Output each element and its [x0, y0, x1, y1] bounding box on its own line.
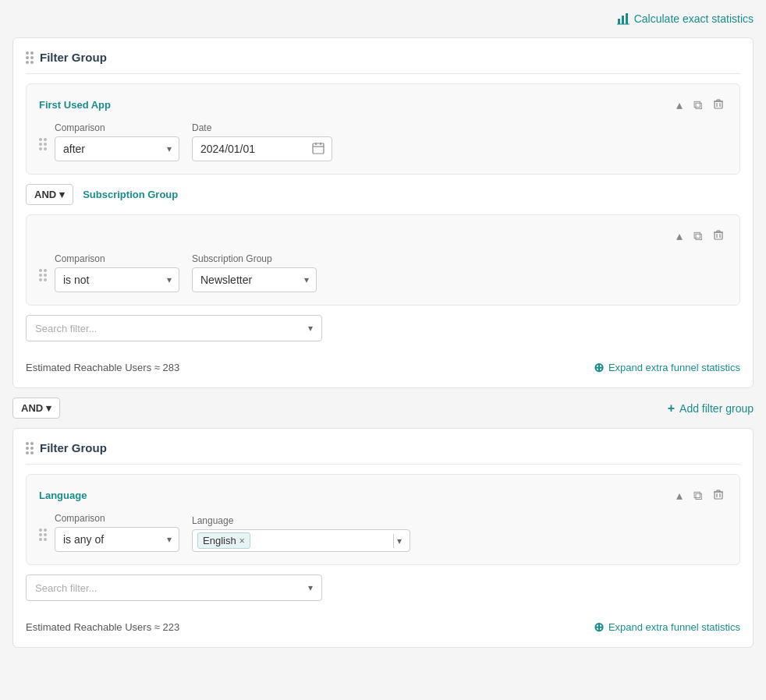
filter-group-1-drag-handle[interactable] [26, 51, 34, 64]
group-and-button[interactable]: AND ▾ [12, 398, 60, 419]
filter-card-subscription-group: ▴ ⧉ [26, 214, 740, 306]
search-filter-select-2[interactable] [26, 574, 322, 601]
and-arrow-1: ▾ [59, 189, 65, 200]
calculate-statistics-link[interactable]: Calculate exact statistics [617, 12, 754, 25]
copy-subscription-group-button[interactable]: ⧉ [690, 228, 705, 244]
copy-first-used-app-button[interactable]: ⧉ [690, 97, 705, 113]
group-and-label: AND [21, 402, 43, 414]
date-input-first-used-app[interactable] [192, 136, 332, 161]
and-connector-1: AND ▾ Subscription Group [26, 184, 740, 205]
filter-row-drag-handle[interactable] [39, 138, 47, 150]
filter-row-drag-handle-2[interactable] [39, 269, 47, 281]
filter-field-language-value: Language English × ▾ [192, 515, 410, 552]
filter-card-subscription-group-inner: Comparison is is not is any of ▾ Subscri… [39, 253, 727, 292]
estimated-users-1: Estimated Reachable Users ≈ 283 [26, 362, 179, 373]
filter-row-language: Comparison is is not is any of ▾ Languag… [55, 513, 410, 552]
filter-field-comparison-language: Comparison is is not is any of ▾ [55, 513, 179, 552]
search-filter-select-1[interactable] [26, 315, 322, 341]
comparison-label-first-used-app: Comparison [55, 122, 179, 133]
filter-row-first-used-app: Comparison after before on is not set ▾ … [55, 122, 332, 161]
english-tag-remove[interactable]: × [239, 536, 245, 546]
filter-card-language-inner: Comparison is is not is any of ▾ Languag… [39, 513, 727, 552]
collapse-subscription-group-button[interactable]: ▴ [673, 228, 686, 244]
filter-card-first-used-app-actions: ▴ ⧉ [673, 97, 727, 113]
trash-icon-2 [713, 229, 724, 240]
filter-group-2-header: Filter Group [26, 441, 740, 465]
date-label-first-used-app: Date [192, 122, 332, 133]
subscription-group-label-connector: Subscription Group [83, 189, 178, 200]
and-button-1[interactable]: AND ▾ [26, 184, 73, 205]
language-tag-input-wrapper[interactable]: English × ▾ [192, 529, 410, 552]
filter-group-2-title: Filter Group [40, 441, 107, 454]
subscription-group-value-select[interactable]: Newsletter Weekly Digest Promotions [192, 267, 317, 292]
filter-row-subscription-group: Comparison is is not is any of ▾ Subscri… [55, 253, 317, 292]
expand-funnel-statistics-1[interactable]: ⊕ Expand extra funnel statistics [594, 360, 740, 375]
comparison-select-wrapper-language: is is not is any of ▾ [55, 527, 179, 552]
collapse-first-used-app-button[interactable]: ▴ [673, 97, 686, 113]
expand-funnel-label-2: Expand extra funnel statistics [608, 621, 740, 633]
group-connector: AND ▾ + Add filter group [12, 398, 754, 419]
date-input-wrapper-first-used-app [192, 136, 332, 161]
search-filter-wrapper-1: Search filter... ▾ [26, 315, 322, 341]
add-filter-group-button[interactable]: + Add filter group [668, 401, 754, 415]
expand-plus-icon-1: ⊕ [594, 360, 604, 375]
group-and-arrow: ▾ [46, 402, 51, 414]
top-bar: Calculate exact statistics [12, 12, 754, 25]
delete-language-button[interactable] [710, 487, 727, 504]
svg-rect-1 [622, 16, 624, 24]
trash-icon-3 [713, 489, 724, 500]
filter-card-language-label: Language [39, 490, 87, 501]
expand-funnel-label-1: Expand extra funnel statistics [608, 362, 740, 373]
add-filter-group-label: Add filter group [679, 402, 754, 415]
comparison-select-subscription[interactable]: is is not is any of [55, 267, 179, 292]
calculate-statistics-label: Calculate exact statistics [634, 12, 754, 25]
comparison-select-wrapper-first-used-app: after before on is not set ▾ [55, 136, 179, 161]
filter-card-subscription-group-header: ▴ ⧉ [39, 228, 727, 244]
copy-language-button[interactable]: ⧉ [690, 488, 705, 504]
filter-card-language: Language ▴ ⧉ [26, 474, 740, 565]
filter-card-first-used-app-inner: Comparison after before on is not set ▾ … [39, 122, 727, 161]
estimated-users-2: Estimated Reachable Users ≈ 223 [26, 621, 179, 633]
english-tag-label: English [203, 535, 236, 546]
comparison-select-language[interactable]: is is not is any of [55, 527, 179, 552]
comparison-label-language: Comparison [55, 513, 179, 524]
filter-card-first-used-app-label: First Used App [39, 99, 111, 111]
collapse-language-button[interactable]: ▴ [673, 488, 686, 504]
svg-rect-4 [715, 101, 722, 108]
filter-field-comparison-subscription: Comparison is is not is any of ▾ [55, 253, 179, 292]
language-tag-dropdown-arrow[interactable]: ▾ [393, 534, 405, 548]
comparison-select-first-used-app[interactable]: after before on is not set [55, 136, 179, 161]
filter-group-1: Filter Group First Used App ▴ ⧉ [12, 37, 754, 388]
subscription-group-value-wrapper: Newsletter Weekly Digest Promotions ▾ [192, 267, 317, 292]
expand-plus-icon-2: ⊕ [594, 620, 604, 635]
filter-card-first-used-app: First Used App ▴ ⧉ [26, 83, 740, 175]
add-group-plus-icon: + [668, 401, 675, 415]
filter-group-2-drag-handle[interactable] [26, 442, 34, 454]
filter-card-language-header: Language ▴ ⧉ [39, 487, 727, 504]
svg-rect-0 [618, 19, 620, 24]
expand-funnel-statistics-2[interactable]: ⊕ Expand extra funnel statistics [594, 620, 740, 635]
svg-rect-2 [626, 13, 628, 24]
filter-group-1-footer: Estimated Reachable Users ≈ 283 ⊕ Expand… [26, 352, 740, 375]
delete-subscription-group-button[interactable] [710, 228, 727, 244]
search-filter-row-1: Search filter... ▾ [26, 315, 740, 341]
filter-field-comparison-first-used-app: Comparison after before on is not set ▾ [55, 122, 179, 161]
and-label-1: AND [34, 189, 56, 200]
filter-card-language-actions: ▴ ⧉ [673, 487, 727, 504]
filter-field-date-first-used-app: Date [192, 122, 332, 161]
filter-card-subscription-group-actions: ▴ ⧉ [673, 228, 727, 244]
filter-field-subscription-group-value: Subscription Group Newsletter Weekly Dig… [192, 253, 317, 292]
subscription-group-value-label: Subscription Group [192, 253, 317, 264]
filter-group-2-footer: Estimated Reachable Users ≈ 223 ⊕ Expand… [26, 612, 740, 635]
filter-row-drag-handle-3[interactable] [39, 529, 47, 541]
comparison-label-subscription: Comparison [55, 253, 179, 264]
search-filter-row-2: Search filter... ▾ [26, 574, 740, 601]
group-connector-left: AND ▾ [12, 398, 79, 419]
comparison-select-wrapper-subscription: is is not is any of ▾ [55, 267, 179, 292]
filter-card-first-used-app-header: First Used App ▴ ⧉ [39, 97, 727, 113]
svg-rect-15 [715, 232, 722, 239]
delete-first-used-app-button[interactable] [710, 97, 727, 113]
search-filter-wrapper-2: Search filter... ▾ [26, 574, 322, 601]
chart-icon [617, 12, 629, 25]
language-value-label: Language [192, 515, 410, 526]
